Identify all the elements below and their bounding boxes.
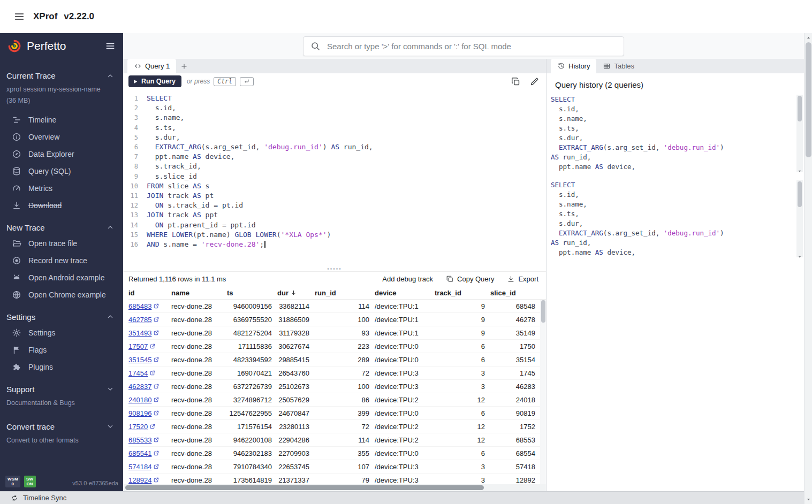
code-line[interactable]: ON s.track_id = pt.id [147,201,546,210]
column-header-track_id[interactable]: track_id [435,289,490,297]
sidebar-item-download[interactable]: Download [0,197,123,214]
column-header-slice_id[interactable]: slice_id [490,289,541,297]
row-id-link[interactable]: 240180 [128,396,151,404]
sidebar-item-open-chrome-example[interactable]: Open Chrome example [0,286,123,303]
code-line[interactable]: s.name, [147,113,546,123]
history-entry-scrollbar[interactable] [796,95,803,172]
row-id-link[interactable]: 17520 [128,423,148,431]
open-in-new-icon[interactable] [153,383,160,390]
sidebar-item-data-explorer[interactable]: Data Explorer [0,146,123,163]
tab-query-1[interactable]: Query 1 [127,59,176,73]
row-id-link[interactable]: 351545 [128,356,151,364]
code-line[interactable]: EXTRACT_ARG(s.arg_set_id, 'debug.run_id'… [147,142,546,152]
sort-desc-icon[interactable] [290,289,297,296]
open-in-new-icon[interactable] [153,356,160,363]
column-header-device[interactable]: device [375,289,435,297]
copy-icon[interactable] [511,77,521,87]
copy-query-button[interactable]: Copy Query [446,275,494,283]
code-line[interactable]: FROM slice AS s [147,181,546,191]
run-query-button[interactable]: Run Query [128,75,181,87]
row-id-link[interactable]: 128924 [128,476,151,484]
new-query-tab-button[interactable] [176,59,192,73]
code-line[interactable]: ON pt.parent_id = ppt.id [147,220,546,230]
open-in-new-icon[interactable] [153,316,160,323]
row-id-link[interactable]: 908196 [128,409,151,417]
code-line[interactable]: JOIN track AS ppt [147,210,546,220]
sidebar-item-timeline[interactable]: Timeline [0,111,123,128]
open-in-new-icon[interactable] [153,450,160,456]
row-id-link[interactable]: 574184 [128,463,151,471]
open-in-new-icon[interactable] [149,370,156,376]
row-id-link[interactable]: 17454 [128,369,148,377]
sidebar-item-plugins[interactable]: Plugins [0,358,123,376]
column-header-name[interactable]: name [171,289,227,297]
code-line[interactable]: JOIN track AS pt [147,191,546,201]
sidebar-item-flags[interactable]: Flags [0,341,123,358]
page-scrollbar[interactable] [804,33,812,504]
edit-icon[interactable] [529,77,540,87]
sidebar-item-record-new-trace[interactable]: Record new trace [0,252,123,269]
scroll-up-icon[interactable] [806,35,811,41]
code-line[interactable]: s.ts, [147,123,546,133]
row-id-link[interactable]: 462785 [128,316,151,324]
export-button[interactable]: Export [507,275,538,283]
results-vertical-scrollbar[interactable] [540,300,546,484]
add-debug-track-button[interactable]: Add debug track [382,275,433,283]
history-entry[interactable]: SELECT s.id, s.name, s.ts, s.dur, EXTRAC… [551,95,803,172]
results-horizontal-scrollbar[interactable] [123,484,546,491]
code-line[interactable]: WHERE LOWER(pt.name) GLOB LOWER('*XLA Op… [147,230,546,240]
section-toggle-settings[interactable]: Settings [0,309,123,324]
open-in-new-icon[interactable] [153,303,160,309]
scroll-down-icon[interactable] [797,252,802,257]
code-line[interactable]: s.id, [147,103,546,113]
column-header-ts[interactable]: ts [227,289,277,297]
row-id-link[interactable]: 351493 [128,329,151,337]
open-in-new-icon[interactable] [149,423,156,430]
open-in-new-icon[interactable] [153,410,160,416]
hamburger-menu-icon[interactable] [13,11,25,22]
page-scrollbar-thumb[interactable] [806,42,811,157]
section-toggle-current-trace[interactable]: Current Trace [0,67,123,83]
code-line[interactable]: SELECT [147,94,546,103]
column-header-dur[interactable]: dur [277,289,315,297]
scroll-down-icon[interactable] [806,497,811,502]
sidebar-item-settings[interactable]: Settings [0,324,123,341]
omnibox[interactable] [303,36,624,56]
open-in-new-icon[interactable] [153,396,160,403]
sidebar-item-open-android-example[interactable]: Open Android example [0,269,123,286]
editor-code[interactable]: SELECT s.id, s.name, s.ts, s.dur, EXTRAC… [138,94,546,271]
history-entry-scrollbar[interactable] [796,180,803,257]
open-in-new-icon[interactable] [153,463,160,470]
code-line[interactable]: ppt.name AS device, [147,152,546,162]
tab-history[interactable]: History [551,59,596,73]
sidebar-item-query-sql[interactable]: Query (SQL) [0,163,123,180]
timeline-sync-icon[interactable] [11,494,18,502]
sidebar-item-metrics[interactable]: Metrics [0,180,123,197]
row-id-link[interactable]: 17507 [128,342,148,350]
section-toggle-convert-trace[interactable]: Convert trace [0,418,123,434]
code-line[interactable]: s.dur, [147,133,546,142]
code-line[interactable]: AND s.name = 'recv-done.28'; [147,240,546,249]
section-toggle-support[interactable]: Support [0,381,123,396]
row-id-link[interactable]: 685483 [128,302,151,310]
open-in-new-icon[interactable] [153,437,160,443]
column-header-id[interactable]: id [128,289,171,297]
open-in-new-icon[interactable] [153,330,160,336]
history-entry[interactable]: SELECT s.id, s.name, s.ts, s.dur, EXTRAC… [551,180,803,257]
code-line[interactable]: s.slice_id [147,172,546,181]
row-id-link[interactable]: 685533 [128,436,151,444]
sidebar-collapse-icon[interactable] [105,41,116,51]
sidebar-item-overview[interactable]: Overview [0,128,123,146]
section-toggle-new-trace[interactable]: New Trace [0,219,123,235]
search-input[interactable] [327,42,617,51]
scroll-down-icon[interactable] [797,166,802,172]
row-id-link[interactable]: 685541 [128,449,151,457]
row-id-link[interactable]: 462837 [128,383,151,391]
panel-resize-handle[interactable]: ••••• [123,266,546,271]
code-line[interactable]: s.track_id, [147,162,546,171]
open-in-new-icon[interactable] [149,343,156,349]
sidebar-item-open-trace-file[interactable]: Open trace file [0,235,123,252]
sql-editor[interactable]: 12345678910111213141516 SELECT s.id, s.n… [123,89,546,271]
open-in-new-icon[interactable] [153,477,160,483]
column-header-run_id[interactable]: run_id [315,289,375,297]
